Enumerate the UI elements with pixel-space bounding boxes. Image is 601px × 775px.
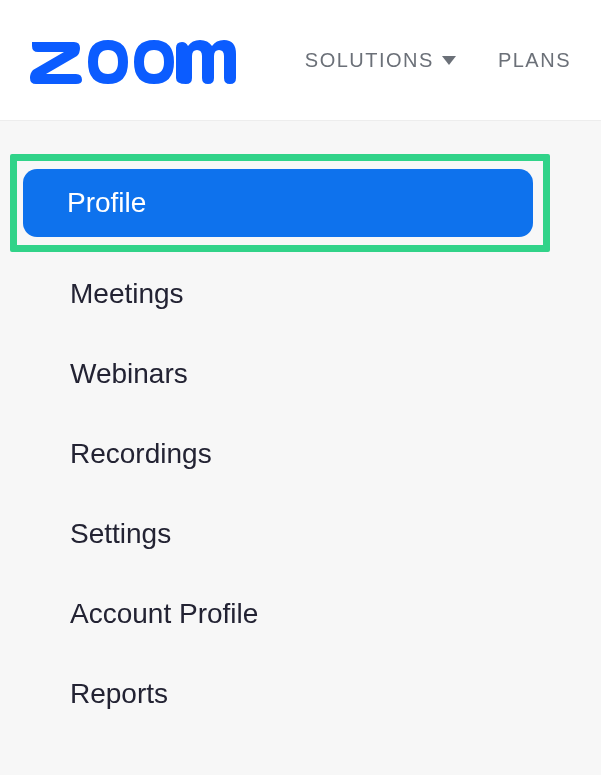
- sidebar-item-settings[interactable]: Settings: [0, 494, 550, 574]
- page-body: Profile Meetings Webinars Recordings Set…: [0, 121, 601, 775]
- sidebar-item-label: Profile: [67, 187, 146, 218]
- sidebar: Profile Meetings Webinars Recordings Set…: [0, 154, 550, 734]
- sidebar-item-label: Meetings: [70, 278, 184, 309]
- sidebar-item-recordings[interactable]: Recordings: [0, 414, 550, 494]
- sidebar-item-label: Reports: [70, 678, 168, 709]
- sidebar-item-meetings[interactable]: Meetings: [0, 254, 550, 334]
- nav-solutions[interactable]: SOLUTIONS: [305, 49, 456, 72]
- sidebar-item-account-profile[interactable]: Account Profile: [0, 574, 550, 654]
- highlight-box: Profile: [10, 154, 550, 252]
- sidebar-item-webinars[interactable]: Webinars: [0, 334, 550, 414]
- zoom-logo[interactable]: [30, 36, 236, 84]
- nav-solutions-label: SOLUTIONS: [305, 49, 434, 72]
- sidebar-item-label: Webinars: [70, 358, 188, 389]
- nav-plans[interactable]: PLANS: [498, 49, 571, 72]
- sidebar-item-label: Settings: [70, 518, 171, 549]
- top-nav: SOLUTIONS PLANS: [305, 49, 571, 72]
- top-header: SOLUTIONS PLANS: [0, 0, 601, 121]
- sidebar-item-reports[interactable]: Reports: [0, 654, 550, 734]
- sidebar-item-profile[interactable]: Profile: [23, 169, 533, 237]
- sidebar-item-label: Recordings: [70, 438, 212, 469]
- sidebar-list: Meetings Webinars Recordings Settings Ac…: [0, 252, 550, 734]
- chevron-down-icon: [442, 56, 456, 65]
- nav-plans-label: PLANS: [498, 49, 571, 72]
- sidebar-item-label: Account Profile: [70, 598, 258, 629]
